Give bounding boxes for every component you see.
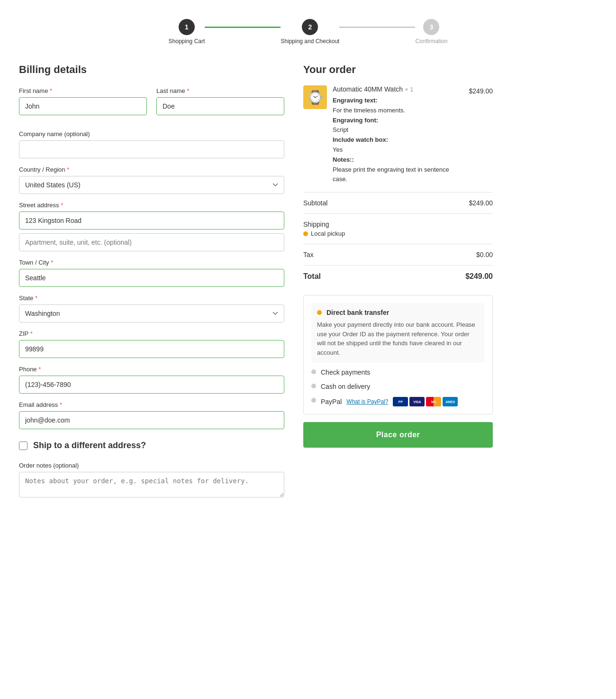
payment-bank-label: Direct bank transfer (326, 309, 389, 316)
payment-check-label: Check payments (321, 368, 370, 376)
amex-icon: AMEX (443, 397, 458, 406)
local-pickup: Local pickup (303, 230, 345, 237)
payment-bank-header: Direct bank transfer (317, 309, 479, 316)
country-label: Country / Region * (19, 166, 284, 173)
step-1-label: Shopping Cart (169, 38, 205, 45)
payment-paypal-option[interactable]: PayPal What is PayPal? PP VISA MC AMEX (311, 397, 485, 406)
payment-cod-option[interactable]: Cash on delivery (311, 383, 485, 390)
shipping-label-col: Shipping Local pickup (303, 221, 345, 237)
last-name-label: Last name * (156, 87, 284, 94)
zip-label: ZIP * (19, 330, 284, 337)
orange-dot-icon (303, 231, 308, 236)
shipping-label: Shipping (303, 221, 345, 228)
phone-group: Phone * (19, 366, 284, 394)
company-input[interactable] (19, 140, 284, 158)
last-name-group: Last name * (156, 87, 284, 115)
engraving-text-label: Engraving text: (333, 97, 378, 104)
total-label: Total (303, 272, 321, 281)
payment-paypal-label: PayPal (321, 398, 342, 405)
ship-different-label: Ship to a different address? (33, 441, 146, 451)
order-totals: Subtotal $249.00 Shipping Local pickup T… (303, 192, 493, 287)
payment-bank-desc: Make your payment directly into our bank… (317, 320, 479, 357)
state-select[interactable]: Washington (19, 304, 284, 322)
step-3-label: Confirmation (415, 38, 447, 45)
progress-steps: 1 Shopping Cart 2 Shipping and Checkout … (19, 9, 597, 64)
line-1-2 (205, 27, 281, 28)
paypal-row: PayPal What is PayPal? PP VISA MC AMEX (321, 397, 458, 406)
order-item-details: Automatic 40MM Watch × 1 Engraving text:… (333, 85, 463, 184)
phone-label: Phone * (19, 366, 284, 373)
country-select[interactable]: United States (US) (19, 176, 284, 194)
billing-details-section: Billing details First name * Last name * (19, 64, 284, 505)
order-notes-textarea[interactable] (19, 472, 284, 497)
watch-icon: ⌚ (307, 90, 324, 105)
total-value: $249.00 (465, 272, 493, 281)
order-item: ⌚ Automatic 40MM Watch × 1 Engraving tex… (303, 85, 493, 184)
street-group: Street address * (19, 202, 284, 251)
bank-active-dot (317, 310, 322, 315)
city-input[interactable] (19, 269, 284, 287)
payment-check-option[interactable]: Check payments (311, 368, 485, 376)
last-name-input[interactable] (156, 97, 284, 115)
billing-title: Billing details (19, 64, 284, 76)
notes-value: Please print the engraving text in sente… (333, 166, 449, 183)
ship-different-checkbox[interactable] (19, 441, 27, 450)
what-is-paypal-link[interactable]: What is PayPal? (346, 398, 388, 405)
order-title: Your order (303, 64, 493, 76)
street-input[interactable] (19, 212, 284, 230)
payment-cod-label: Cash on delivery (321, 383, 370, 390)
shipping-row: Shipping Local pickup (303, 214, 493, 244)
step-2-circle: 2 (302, 19, 318, 35)
paypal-card-icons: PP VISA MC AMEX (393, 397, 458, 406)
zip-input[interactable] (19, 340, 284, 358)
email-input[interactable] (19, 411, 284, 429)
engraving-font-value: Script (333, 126, 348, 133)
phone-input[interactable] (19, 376, 284, 394)
step-shipping-checkout: 2 Shipping and Checkout (281, 19, 339, 45)
your-order-section: Your order ⌚ Automatic 40MM Watch × 1 En… (303, 64, 493, 505)
state-group: State * Washington (19, 294, 284, 322)
step-shopping-cart: 1 Shopping Cart (169, 19, 205, 45)
visa-card-icon: VISA (409, 397, 425, 406)
subtotal-row: Subtotal $249.00 (303, 193, 493, 214)
order-item-price: $249.00 (469, 87, 493, 184)
order-item-meta: Engraving text: For the timeless moments… (333, 96, 463, 184)
paypal-card-icon: PP (393, 397, 408, 406)
place-order-button[interactable]: Place order (303, 422, 493, 448)
subtotal-value: $249.00 (469, 199, 493, 207)
engraving-text-value: For the timeless moments. (333, 107, 405, 114)
apt-input[interactable] (19, 233, 284, 251)
tax-value: $0.00 (476, 251, 493, 258)
city-label: Town / City * (19, 259, 284, 266)
email-label: Email address * (19, 401, 284, 408)
step-confirmation: 3 Confirmation (415, 19, 447, 45)
city-group: Town / City * (19, 259, 284, 287)
tax-row: Tax $0.00 (303, 244, 493, 266)
first-name-input[interactable] (19, 97, 147, 115)
step-2-label: Shipping and Checkout (281, 38, 339, 45)
line-2-3 (339, 27, 415, 28)
country-group: Country / Region * United States (US) (19, 166, 284, 194)
watch-box-value: Yes (333, 146, 343, 153)
name-row: First name * Last name * (19, 87, 284, 123)
street-label: Street address * (19, 202, 284, 209)
state-label: State * (19, 294, 284, 302)
ship-different-row: Ship to a different address? (19, 441, 284, 451)
watch-box-label: Include watch box: (333, 136, 388, 143)
company-label: Company name (optional) (19, 130, 284, 138)
first-name-label: First name * (19, 87, 147, 94)
company-group: Company name (optional) (19, 130, 284, 158)
first-name-group: First name * (19, 87, 147, 115)
payment-methods: Direct bank transfer Make your payment d… (303, 295, 493, 414)
order-notes-group: Order notes (optional) (19, 462, 284, 497)
step-3-circle: 3 (423, 19, 439, 35)
order-item-image: ⌚ (303, 85, 327, 109)
cod-radio-icon (311, 384, 316, 388)
zip-group: ZIP * (19, 330, 284, 358)
order-notes-label: Order notes (optional) (19, 462, 284, 469)
tax-label: Tax (303, 251, 314, 258)
local-pickup-label: Local pickup (311, 230, 345, 237)
email-group: Email address * (19, 401, 284, 429)
total-row: Total $249.00 (303, 266, 493, 287)
notes-label: Notes:: (333, 156, 354, 163)
